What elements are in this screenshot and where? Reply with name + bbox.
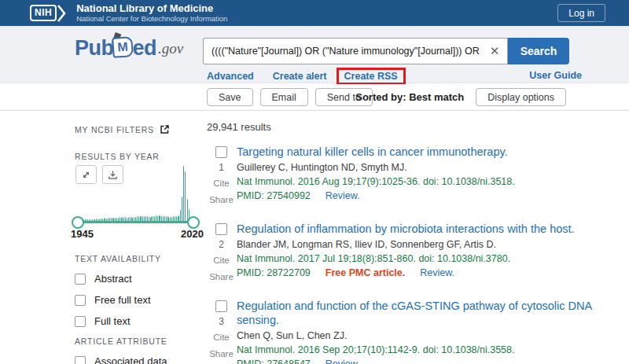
year-slider-handle-max[interactable] [187, 216, 200, 229]
chart-bar [156, 215, 156, 221]
result-rail: 2 Cite Share [207, 222, 236, 289]
associated-data-label: Associated data [94, 355, 167, 364]
expand-icon [81, 170, 91, 180]
chart-bar [160, 215, 160, 221]
article-attribute-heading: ARTICLE ATTRIBUTE [75, 336, 207, 346]
result-meta-row: PMID: 28722709 Free PMC article. Review. [237, 267, 592, 278]
result-checkbox[interactable] [215, 300, 227, 312]
chart-bar [182, 197, 182, 221]
pubmed-book-icon: M [112, 37, 133, 57]
filter-full-text[interactable]: Full text [75, 315, 207, 327]
result-body: Regulation of inflammation by microbiota… [236, 222, 592, 289]
my-ncbi-filters-link[interactable]: MY NCBI FILTERS [75, 124, 207, 134]
search-input[interactable] [204, 46, 482, 57]
year-slider-handle-min[interactable] [72, 216, 84, 229]
result-title-link[interactable]: Regulation and function of the cGAS-STIN… [237, 299, 592, 327]
cite-button[interactable]: Cite [213, 333, 229, 342]
pubmed-logo[interactable]: Pub M ed .gov [75, 37, 183, 59]
nih-logo[interactable]: NIH [30, 4, 67, 23]
result-title-link[interactable]: Targeting natural killer cells in cancer… [237, 145, 592, 159]
result-pmid: PMID: 27648547 [237, 358, 311, 364]
share-button[interactable]: Share [209, 272, 234, 281]
result-citation: Nat Immunol. 2016 Sep 20;17(10):1142-9. … [237, 344, 592, 355]
filter-free-full-text[interactable]: Free full text [75, 294, 207, 306]
download-chart-button[interactable] [102, 165, 123, 184]
chart-bar [183, 166, 184, 221]
year-slider-labels: 1945 2020 [71, 228, 204, 240]
article-attribute-group: Associated data [75, 355, 207, 364]
result-number: 1 [219, 162, 224, 173]
create-rss-link[interactable]: Create RSS [344, 71, 398, 82]
result-checkbox[interactable] [215, 146, 227, 158]
results-column: 29,941 results 1 Cite Share Targeting na… [207, 111, 592, 364]
free-full-text-label: Free full text [94, 294, 151, 306]
chart-bar [186, 188, 187, 221]
result-pmid: PMID: 28722709 [237, 267, 311, 278]
advanced-link[interactable]: Advanced [207, 71, 254, 82]
sorted-by-label[interactable]: Sorted by: Best match [355, 91, 464, 103]
share-button[interactable]: Share [209, 349, 234, 358]
share-button[interactable]: Share [209, 195, 234, 204]
filters-sidebar: MY NCBI FILTERS RESULTS BY YEAR 1945 202… [75, 111, 207, 364]
result-body: Targeting natural killer cells in cancer… [236, 145, 592, 211]
results-count: 29,941 results [207, 121, 592, 133]
full-text-label: Full text [94, 315, 131, 327]
associated-data-checkbox[interactable] [75, 356, 86, 364]
cite-button[interactable]: Cite [213, 256, 229, 265]
full-text-checkbox[interactable] [75, 316, 86, 327]
result-body: Regulation and function of the cGAS-STIN… [236, 299, 592, 364]
year-slider-track[interactable] [75, 221, 198, 223]
results-by-year-chart-container: 1945 2020 [75, 163, 198, 241]
text-availability-group: Abstract Free full text Full text [75, 273, 207, 327]
toolbar-sort: Sorted by: Best match Display options [355, 88, 566, 106]
chart-buttons [75, 165, 123, 184]
user-guide-link[interactable]: User Guide [529, 70, 582, 81]
login-button[interactable]: Log in [557, 4, 605, 22]
email-button[interactable]: Email [260, 88, 308, 106]
create-alert-link[interactable]: Create alert [273, 71, 327, 82]
clear-search-icon[interactable]: ✕ [482, 38, 507, 64]
result-authors: Guillerey C, Huntington ND, Smyth MJ. [237, 162, 592, 173]
save-button[interactable]: Save [207, 88, 253, 106]
abstract-label: Abstract [94, 273, 132, 285]
search-section: Pub M ed .gov ✕ Search Advanced Create a… [0, 26, 629, 83]
results-toolbar: Save Email Send to Sorted by: Best match… [0, 84, 629, 111]
search-button[interactable]: Search [508, 38, 569, 64]
chart-bar [185, 171, 186, 221]
pubmed-logo-gov: .gov [158, 40, 183, 59]
org-title: National Library of Medicine [76, 2, 227, 15]
external-link-icon [160, 124, 170, 134]
chart-bar [159, 215, 160, 221]
review-link[interactable]: Review. [326, 190, 360, 201]
results-list: 1 Cite Share Targeting natural killer ce… [207, 145, 592, 364]
toolbar-actions: Save Email Send to [207, 88, 373, 106]
display-options-button[interactable]: Display options [476, 88, 566, 106]
free-pmc-label: Free PMC article. [326, 267, 405, 278]
abstract-checkbox[interactable] [75, 274, 86, 285]
review-link[interactable]: Review. [326, 358, 360, 364]
result-rail: 3 Cite Share [207, 299, 236, 364]
chart-bar [180, 210, 181, 221]
search-input-wrap: ✕ [203, 38, 508, 64]
result-meta-row: PMID: 27540992 Review. [237, 190, 592, 201]
result-pmid: PMID: 27540992 [237, 190, 311, 201]
nih-logo-box: NIH [30, 5, 57, 21]
download-icon [108, 170, 118, 180]
review-link[interactable]: Review. [420, 267, 454, 278]
pubmed-search-results-page: NIH National Library of Medicine Nationa… [0, 0, 629, 364]
filter-associated-data[interactable]: Associated data [75, 355, 207, 364]
result-checkbox[interactable] [215, 223, 227, 235]
nih-chevron-icon [57, 4, 67, 23]
year-max-label: 2020 [181, 228, 204, 240]
result-title-link[interactable]: Regulation of inflammation by microbiota… [237, 222, 592, 236]
result-number: 3 [219, 316, 224, 327]
org-subtitle: National Center for Biotechnology Inform… [76, 14, 227, 24]
search-bar: ✕ Search [203, 38, 569, 64]
expand-chart-button[interactable] [75, 165, 97, 184]
filter-abstract[interactable]: Abstract [75, 273, 207, 285]
text-availability-heading: TEXT AVAILABILITY [75, 254, 207, 263]
result-citation: Nat Immunol. 2016 Aug 19;17(9):1025-36. … [237, 176, 592, 187]
cite-button[interactable]: Cite [213, 178, 229, 188]
free-full-text-checkbox[interactable] [75, 295, 86, 306]
result-item: 1 Cite Share Targeting natural killer ce… [207, 145, 592, 211]
